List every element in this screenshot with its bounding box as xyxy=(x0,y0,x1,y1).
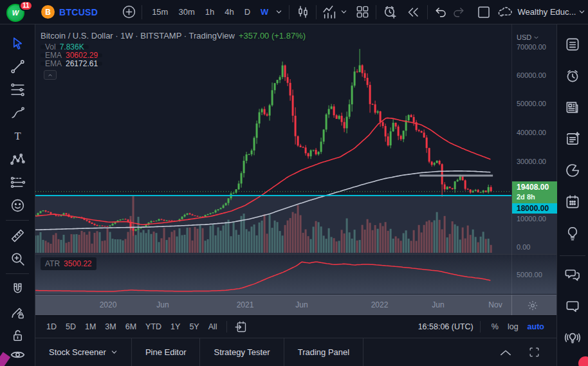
ema-slow-legend[interactable]: EMA26172.61 xyxy=(41,62,102,66)
tab-strategy-tester[interactable]: Strategy Tester xyxy=(200,338,283,366)
atr-legend[interactable]: ATR3500.22 xyxy=(41,257,96,270)
account-caret-button[interactable] xyxy=(576,4,588,21)
tf-4h[interactable]: 4h xyxy=(219,4,239,21)
calendar-button[interactable] xyxy=(562,191,583,213)
alerts-button[interactable] xyxy=(562,65,583,87)
private-chat-icon xyxy=(564,298,581,315)
streams-icon xyxy=(564,329,581,346)
symbol-add-icon[interactable] xyxy=(121,3,137,22)
tf-1h[interactable]: 1h xyxy=(200,4,219,21)
tf-30m[interactable]: 30m xyxy=(173,4,199,21)
indicators-button[interactable] xyxy=(321,3,338,22)
prediction-tool-button[interactable] xyxy=(6,170,28,194)
watchlist-button[interactable] xyxy=(562,33,583,55)
magnet-mode-button[interactable] xyxy=(6,277,28,300)
notes-button[interactable] xyxy=(562,128,583,150)
ideas-button[interactable] xyxy=(562,223,583,244)
watchlist-icon xyxy=(564,36,581,53)
undo-button[interactable] xyxy=(432,3,450,22)
hotlists-button[interactable] xyxy=(562,160,583,181)
tab-label: Stock Screener xyxy=(49,347,106,357)
auto-scale-button[interactable]: auto xyxy=(523,322,549,331)
pie-icon xyxy=(564,162,581,179)
cursor-tool-button[interactable] xyxy=(6,32,28,55)
tab-trading-panel[interactable]: Trading Panel xyxy=(284,338,363,366)
ema-fast-legend[interactable]: EMA30602.29 xyxy=(41,53,102,57)
chart-region: 2020Jun2021Jun2022JunNov USD 19408.00 2d… xyxy=(35,24,556,315)
zoom-in-tool-button[interactable] xyxy=(6,247,28,270)
last-price-value: 19408.00 xyxy=(517,183,557,192)
indicators-menu-button[interactable] xyxy=(338,4,349,21)
currency-label: USD xyxy=(517,33,531,41)
range-1D[interactable]: 1D xyxy=(42,319,61,334)
pattern-tool-button[interactable] xyxy=(6,147,28,170)
text-tool-button[interactable]: T xyxy=(6,124,28,147)
stay-drawing-mode-button[interactable] xyxy=(6,300,28,324)
ruler-icon xyxy=(10,228,26,244)
save-layout-button[interactable] xyxy=(475,3,493,22)
volume-legend[interactable]: Vol7.836K xyxy=(41,45,89,49)
tf-W-active[interactable]: W xyxy=(255,4,273,21)
tf-D[interactable]: D xyxy=(239,4,255,21)
chart-settings-button[interactable] xyxy=(524,298,541,313)
indicators-icon xyxy=(322,4,338,20)
price-axis[interactable]: USD 19408.00 2d 8h 18000.00 70000.006000… xyxy=(511,24,556,295)
gear-icon xyxy=(527,300,538,311)
currency-selector[interactable]: USD xyxy=(517,33,539,41)
symbol-title-text: Bitcoin / U.S. Dollar · 1W · BITSTAMP · … xyxy=(41,31,235,41)
last-price-label: 19408.00 2d 8h xyxy=(512,181,557,203)
cloud-save-button[interactable] xyxy=(497,3,513,22)
range-All[interactable]: All xyxy=(204,319,222,334)
percent-scale-button[interactable]: % xyxy=(487,322,503,331)
range-1Y[interactable]: 1Y xyxy=(166,319,185,334)
account-name[interactable]: Wealthy Educ... xyxy=(518,7,576,17)
price-tick: 10000.00 xyxy=(517,215,546,223)
lock-drawings-button[interactable] xyxy=(6,324,28,347)
hide-drawings-button[interactable] xyxy=(6,347,28,363)
account-menu-button[interactable]: W 11 xyxy=(5,1,32,23)
bar-replay-button[interactable] xyxy=(404,3,423,22)
range-5Y[interactable]: 5Y xyxy=(185,319,203,334)
top-toolbar: W 11 B BTCUSD 15m 30m 1h 4h D W xyxy=(0,0,588,24)
symbol-search-button[interactable]: B BTCUSD xyxy=(41,5,98,19)
time-axis[interactable]: 2020Jun2021Jun2022JunNov xyxy=(35,295,556,315)
symbol-description[interactable]: Bitcoin / U.S. Dollar · 1W · BITSTAMP · … xyxy=(41,31,306,41)
go-to-date-icon xyxy=(234,320,248,334)
session-clock[interactable]: 16:58:06 (UTC) xyxy=(418,322,473,331)
news-button[interactable] xyxy=(562,96,583,118)
trend-line-tool-button[interactable] xyxy=(6,55,28,78)
create-alert-button[interactable] xyxy=(381,3,400,22)
news-icon xyxy=(564,99,581,116)
range-5D[interactable]: 5D xyxy=(61,319,80,334)
price-tick: 0.00 xyxy=(517,243,530,251)
range-YTD[interactable]: YTD xyxy=(141,319,166,334)
streams-button[interactable] xyxy=(562,327,583,349)
unlock-icon xyxy=(10,327,26,343)
layout-select-button[interactable] xyxy=(354,3,371,22)
fib-retracement-tool-button[interactable] xyxy=(6,78,28,101)
square-icon xyxy=(476,5,492,20)
private-chat-button[interactable] xyxy=(562,295,583,317)
public-chats-button[interactable] xyxy=(562,264,583,286)
tf-15m[interactable]: 15m xyxy=(147,4,173,21)
fullscreen-button[interactable] xyxy=(526,344,542,361)
tab-pine-editor[interactable]: Pine Editor xyxy=(132,338,200,366)
log-scale-button[interactable]: log xyxy=(503,322,523,331)
panel-expand-button[interactable] xyxy=(497,344,514,361)
go-to-date-button[interactable] xyxy=(232,318,251,335)
caret-down-icon xyxy=(340,8,347,15)
range-1M[interactable]: 1M xyxy=(80,319,100,334)
tab-label: Strategy Tester xyxy=(214,347,270,357)
tab-stock-screener[interactable]: Stock Screener xyxy=(35,338,131,366)
measure-tool-button[interactable] xyxy=(6,224,28,247)
plus-circle-icon xyxy=(122,5,136,19)
emoji-tool-button[interactable] xyxy=(6,194,28,217)
range-6M[interactable]: 6M xyxy=(121,319,141,334)
range-3M[interactable]: 3M xyxy=(100,319,120,334)
brush-tool-button[interactable] xyxy=(6,101,28,124)
legend-collapse-button[interactable] xyxy=(44,70,57,80)
chart-style-button[interactable] xyxy=(294,3,311,22)
redo-button[interactable] xyxy=(450,3,467,22)
caret-down-icon xyxy=(578,8,585,15)
timeframe-menu-button[interactable] xyxy=(273,4,284,21)
